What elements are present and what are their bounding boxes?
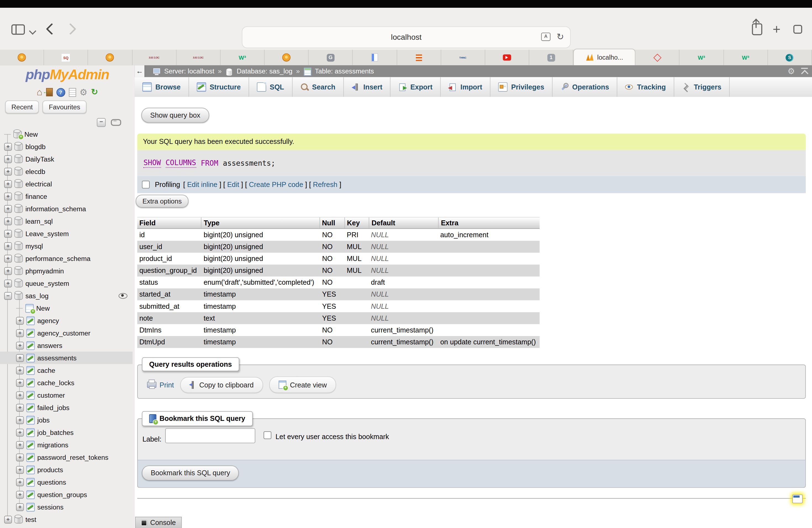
sidebar-item-sessions[interactable]: sessions	[0, 501, 133, 513]
profiling-link-edit[interactable]: Edit	[227, 180, 239, 188]
plus-box-icon[interactable]	[16, 441, 24, 449]
tab-browse[interactable]: Browse	[135, 77, 189, 97]
plus-box-icon[interactable]	[4, 267, 12, 275]
create-view-button[interactable]: Create view	[269, 377, 336, 393]
sidebar-item-leave-system[interactable]: Leave_system	[0, 227, 133, 240]
breadcrumb-database[interactable]: Database: sas_log	[237, 68, 292, 75]
sidebar-item-new[interactable]: New	[0, 302, 133, 314]
page-settings-gear-icon[interactable]: ⚙	[787, 67, 795, 75]
sidebar-item-job-batches[interactable]: job_batches	[0, 426, 133, 439]
tab-export[interactable]: Export	[391, 77, 440, 97]
plus-box-icon[interactable]	[4, 279, 12, 287]
sidebar-item-agency[interactable]: agency	[0, 314, 133, 327]
browser-tab-thnc[interactable]	[441, 50, 485, 65]
extra-options-button[interactable]: Extra options	[135, 195, 188, 208]
browser-tab-docs[interactable]	[353, 50, 397, 65]
tab-triggers[interactable]: Triggers	[674, 77, 730, 97]
link-icon[interactable]	[111, 119, 121, 126]
sidebar-item-assessments[interactable]: assessments	[0, 352, 133, 364]
collapse-all-icon[interactable]: −	[97, 118, 106, 127]
share-icon[interactable]	[752, 23, 763, 35]
sidebar-item-agency-customer[interactable]: agency_customer	[0, 327, 133, 339]
browser-tab-youtube[interactable]	[485, 50, 530, 65]
browser-tab-orange-blocks[interactable]	[397, 50, 441, 65]
browser-tab-saslog[interactable]	[132, 50, 176, 65]
sidebar-item-products[interactable]: products	[0, 464, 133, 476]
plus-box-icon[interactable]	[16, 416, 24, 424]
sidebar-item-sas-log[interactable]: sas_log	[0, 289, 133, 302]
sidebar-item-customer[interactable]: customer	[0, 389, 133, 401]
documentation-icon[interactable]	[69, 88, 76, 97]
sidebar-item-failed-jobs[interactable]: failed_jobs	[0, 401, 133, 414]
bookmark-label-input[interactable]	[165, 428, 255, 443]
settings-icon[interactable]: ⚙	[79, 88, 88, 97]
sidebar-item-elecdb[interactable]: elecdb	[0, 165, 133, 178]
plus-box-icon[interactable]	[16, 317, 24, 324]
browser-tab-w3[interactable]	[680, 50, 724, 65]
phpmyadmin-logo[interactable]: phpMyAdmin	[0, 67, 135, 82]
sidebar-item-phpmyadmin[interactable]: phpmyadmin	[0, 265, 133, 277]
collapse-sidebar-arrow[interactable]: ←	[135, 65, 145, 77]
plus-box-icon[interactable]	[16, 354, 24, 362]
tab-structure[interactable]: Structure	[189, 77, 249, 97]
breadcrumb-server[interactable]: Server: localhost	[164, 68, 214, 75]
tab-import[interactable]: Import	[441, 77, 491, 97]
help-icon[interactable]: ?	[56, 88, 65, 97]
scroll-to-top-icon[interactable]	[801, 68, 808, 75]
sidebar-item-learn-sql[interactable]: learn_sql	[0, 215, 133, 227]
console-tab[interactable]: Console	[135, 517, 182, 528]
sidebar-item-questions[interactable]: questions	[0, 476, 133, 488]
plus-box-icon[interactable]	[16, 429, 24, 436]
plus-box-icon[interactable]	[4, 143, 12, 150]
sidebar-item-migrations[interactable]: migrations	[0, 439, 133, 451]
refresh-icon[interactable]: ↻	[91, 88, 98, 97]
browser-tab-pma[interactable]: localho...	[574, 48, 636, 66]
sidebar-item-queue-system[interactable]: queue_system	[0, 277, 133, 289]
sidebar-item-jobs[interactable]: jobs	[0, 414, 133, 426]
tab-search[interactable]: Search	[292, 77, 344, 97]
browser-tab-saslog[interactable]	[176, 50, 221, 65]
home-icon[interactable]: ⌂	[37, 88, 42, 97]
sidebar-item-password-reset-tokens[interactable]: password_reset_tokens	[0, 451, 133, 464]
tab-tracking[interactable]: Tracking	[617, 77, 674, 97]
share-bookmark-checkbox[interactable]	[263, 431, 271, 439]
logout-icon[interactable]	[46, 88, 53, 97]
plus-box-icon[interactable]	[16, 491, 24, 498]
forward-icon[interactable]	[64, 23, 76, 35]
sidebar-item-mysql[interactable]: mysql	[0, 240, 133, 252]
plus-box-icon[interactable]	[4, 180, 12, 188]
favourites-button[interactable]: Favourites	[43, 101, 86, 114]
plus-box-icon[interactable]	[4, 516, 12, 523]
bookmark-submit-button[interactable]: Bookmark this SQL query	[142, 466, 239, 481]
profiling-link-edit-inline[interactable]: Edit inline	[187, 180, 217, 188]
sidebar-item-test[interactable]: test	[0, 513, 133, 526]
browser-tab-squat[interactable]	[44, 50, 88, 65]
new-window-icon[interactable]	[793, 495, 803, 503]
browser-tab-one[interactable]	[529, 50, 574, 65]
browser-tab-w3[interactable]	[220, 50, 265, 65]
breadcrumb-table[interactable]: Table: assessments	[315, 68, 374, 75]
sidebar-item-question-groups[interactable]: question_groups	[0, 488, 133, 501]
plus-box-icon[interactable]	[16, 379, 24, 386]
plus-box-icon[interactable]	[16, 329, 24, 337]
sidebar-item-performance-schema[interactable]: performance_schema	[0, 252, 133, 265]
tab-privileges[interactable]: Privileges	[491, 77, 553, 97]
browser-tab-g[interactable]	[309, 50, 353, 65]
profiling-checkbox[interactable]	[142, 180, 150, 188]
profiling-link-refresh[interactable]: Refresh	[313, 180, 337, 188]
reload-icon[interactable]: ↻	[556, 27, 564, 48]
plus-box-icon[interactable]	[4, 230, 12, 237]
sidebar-toggle-icon[interactable]	[11, 24, 25, 35]
sidebar-item-cache[interactable]: cache	[0, 364, 133, 377]
browser-tab-orange-mandala[interactable]	[265, 50, 309, 65]
browser-tab-orange-mandala[interactable]	[0, 50, 44, 65]
plus-box-icon[interactable]	[4, 242, 12, 250]
browser-tab-laravel[interactable]	[636, 50, 680, 65]
plus-box-icon[interactable]	[4, 254, 12, 262]
tab-operations[interactable]: Operations	[552, 77, 617, 97]
plus-box-icon[interactable]	[16, 342, 24, 349]
new-tab-icon[interactable]: +	[773, 23, 781, 36]
plus-box-icon[interactable]	[16, 503, 24, 511]
plus-box-icon[interactable]	[16, 366, 24, 374]
recent-button[interactable]: Recent	[5, 101, 39, 114]
